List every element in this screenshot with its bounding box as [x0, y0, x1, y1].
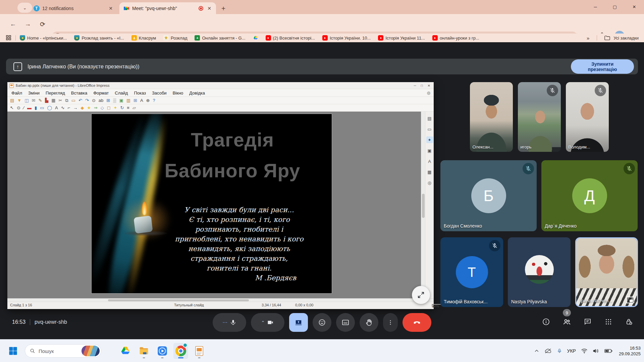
impress-menu-item[interactable]: Зміни [25, 90, 42, 96]
symbol-shapes-icon[interactable]: ★ [87, 106, 91, 110]
help-icon[interactable]: ? [153, 98, 155, 103]
picture-in-picture-icon[interactable] [626, 297, 634, 303]
start-button[interactable] [7, 345, 19, 357]
spelling-icon[interactable]: ab [99, 98, 103, 103]
chart-icon[interactable]: ▥ [126, 98, 130, 103]
flowchart-icon[interactable]: ◇ [101, 106, 104, 110]
bookmark-item[interactable]: Класрум [131, 35, 156, 41]
leave-call-button[interactable] [402, 313, 431, 332]
impress-menu-item[interactable]: Вікно [170, 90, 186, 96]
bookmark-item[interactable]: (2) Всесвітня історі... [266, 35, 315, 41]
participant-tile[interactable]: Олексан... [470, 82, 513, 152]
ellipse-icon[interactable]: ◯ [47, 106, 52, 110]
participant-tile[interactable]: Nastya Pilyavska [508, 237, 571, 307]
textbox-icon[interactable]: A [140, 98, 143, 103]
participant-tile[interactable]: игорь [518, 82, 561, 152]
curve-icon[interactable]: ∿ [61, 106, 65, 110]
bookmark-item[interactable]: Історія України 11... [378, 35, 425, 41]
cut-icon[interactable]: ✂ [59, 98, 62, 103]
maximize-button[interactable]: ▢ [605, 0, 625, 13]
chat-button[interactable] [583, 317, 592, 326]
sidebar-animation-icon[interactable]: ✦ [426, 136, 433, 143]
present-now-button[interactable] [289, 313, 308, 332]
close-window-button[interactable]: ✕ [625, 0, 644, 13]
sidebar-gallery-icon[interactable]: ▦ [426, 169, 433, 175]
host-controls-button[interactable] [625, 317, 634, 326]
meeting-details-button[interactable] [541, 317, 551, 326]
impress-menu-item[interactable]: Слайд [112, 90, 130, 96]
callouts-icon[interactable]: ◻ [107, 106, 111, 110]
zoom-tool-icon[interactable]: ⊙ [17, 106, 20, 110]
edit-mode-icon[interactable]: ✎ [38, 98, 42, 103]
taskbar-media-app-icon[interactable] [155, 343, 170, 359]
more-options-button[interactable] [383, 313, 398, 332]
taskbar-explorer-icon[interactable] [137, 343, 151, 359]
bookmark-item[interactable]: Розклад [163, 35, 187, 41]
sidebar-transitions-icon[interactable]: ▭ [426, 126, 433, 132]
microphone-inuse-icon[interactable] [557, 348, 562, 354]
participant-tile[interactable]: Ірина Лапчен... [575, 237, 638, 307]
forward-button[interactable]: → [23, 20, 32, 28]
participant-tile[interactable]: ДДар`я Дяченко [541, 160, 638, 231]
arrow-icon[interactable]: → [73, 106, 77, 110]
captions-button[interactable]: CC [336, 313, 355, 332]
taskbar-drive-icon[interactable] [118, 343, 133, 359]
impress-menu-item[interactable]: Перегляд [43, 90, 68, 96]
text-icon[interactable]: A [55, 106, 58, 110]
onedrive-paused-icon[interactable] [544, 348, 552, 354]
participant-tile[interactable]: Володим... [566, 82, 609, 152]
rotate-icon[interactable]: ↻ [120, 106, 124, 110]
activities-button[interactable] [604, 317, 613, 326]
save-icon[interactable]: ◫ [24, 98, 29, 103]
reload-button[interactable]: ⟳ [38, 20, 47, 28]
search-highlight-image[interactable] [82, 346, 100, 356]
snap-lines-icon[interactable]: ▒ [113, 98, 116, 103]
select-icon[interactable]: ↖ [10, 106, 14, 110]
impress-close-button[interactable]: ✕ [428, 84, 430, 87]
impress-titlebar[interactable]: Бабин яр.pptx (лише для читання) - Libre… [7, 82, 434, 89]
bookmark-item[interactable] [253, 35, 258, 41]
tray-chevron-icon[interactable] [534, 348, 539, 354]
sidebar-properties-icon[interactable]: ▤ [426, 115, 433, 122]
redo-icon[interactable]: ↷ [85, 98, 89, 103]
rectangle-icon[interactable]: ▭ [40, 106, 44, 110]
tab-meet[interactable]: Meet: "pvq-uewr-shb" ✕ [119, 2, 216, 14]
tab-notifications[interactable]: Т 12 notifications ✕ [30, 2, 117, 14]
export-pdf-icon[interactable]: ▙ [45, 98, 48, 103]
impress-menu-item[interactable]: Показ [131, 90, 149, 96]
copy-icon[interactable]: ⧉ [65, 98, 68, 103]
minimize-button[interactable]: ─ [586, 0, 605, 13]
zoom-icon[interactable]: ⊕ [146, 98, 150, 103]
align-icon[interactable]: ≡ [127, 106, 129, 110]
battery-charging-icon[interactable] [604, 349, 612, 353]
impress-menubar-extra-icon[interactable]: ◍ [427, 90, 432, 95]
bookmark-item[interactable]: +Онлайн заняття - G... [195, 35, 245, 41]
find-icon[interactable]: ⊙ [92, 98, 96, 103]
taskbar-clock[interactable]: 16:53 29.09.2025 [619, 345, 641, 357]
all-bookmarks-label[interactable]: Усі закладки [613, 36, 639, 41]
participant-tile[interactable]: ББогдан Смоленко [440, 160, 537, 231]
raise-hand-button[interactable] [360, 313, 378, 332]
email-icon[interactable]: ✉ [32, 98, 35, 103]
image-icon[interactable]: ▣ [119, 98, 123, 103]
participants-button[interactable]: 9 [562, 317, 572, 326]
block-arrows-icon[interactable]: ⇒ [94, 106, 98, 110]
undo-icon[interactable]: ↶ [78, 98, 82, 103]
impress-menu-item[interactable]: Засоби [149, 90, 169, 96]
microphone-button[interactable]: ⋯ [213, 313, 246, 332]
impress-menu-item[interactable]: Файл [9, 90, 25, 96]
back-button[interactable]: ← [9, 20, 17, 28]
mic-options-icon[interactable]: ⋯ [222, 319, 228, 325]
stars-icon[interactable]: ✦ [114, 106, 117, 110]
shadow-icon[interactable]: ▱ [132, 106, 136, 110]
close-tab-icon[interactable]: ✕ [206, 6, 213, 11]
close-tab-icon[interactable]: ✕ [107, 6, 114, 11]
sidebar-master-slides-icon[interactable]: ▣ [426, 147, 433, 154]
open-icon[interactable]: ▼ [17, 98, 21, 103]
camera-options-icon[interactable]: ⌃ [261, 320, 265, 325]
impress-menu-item[interactable]: Довідка [186, 90, 208, 96]
new-doc-icon[interactable]: ▤ [10, 98, 14, 103]
taskbar-chrome-icon[interactable] [173, 343, 188, 359]
grid-icon[interactable]: ⊞ [106, 98, 110, 103]
language-indicator[interactable]: УКР [567, 348, 576, 354]
